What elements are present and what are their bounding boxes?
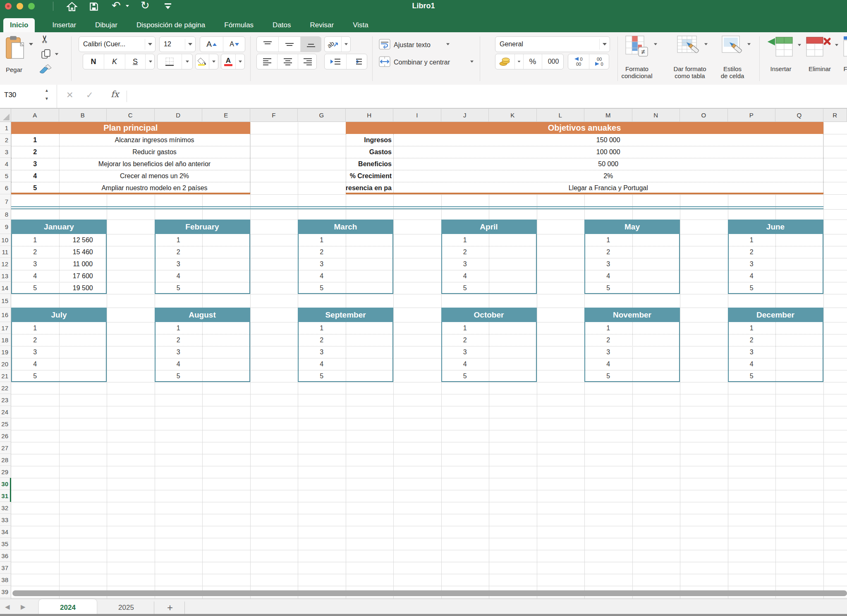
plan-row-number[interactable]: 1 bbox=[11, 134, 59, 146]
month-day-cell[interactable]: 4 bbox=[441, 358, 489, 370]
column-header-O[interactable]: O bbox=[680, 108, 728, 122]
column-header-B[interactable]: B bbox=[59, 108, 107, 122]
column-header-L[interactable]: L bbox=[537, 108, 585, 122]
month-day-cell[interactable]: 4 bbox=[584, 358, 632, 370]
month-value-cell[interactable] bbox=[632, 270, 680, 282]
month-day-cell[interactable]: 5 bbox=[441, 370, 489, 382]
month-value-cell[interactable] bbox=[489, 370, 537, 382]
column-header-M[interactable]: M bbox=[584, 108, 632, 122]
month-value-cell[interactable] bbox=[202, 358, 250, 370]
month-day-cell[interactable]: 2 bbox=[584, 246, 632, 258]
month-day-cell[interactable]: 3 bbox=[441, 346, 489, 358]
month-value-cell[interactable] bbox=[632, 334, 680, 346]
month-value-cell[interactable] bbox=[489, 270, 537, 282]
row-header-27[interactable]: 27 bbox=[0, 442, 11, 454]
month-day-cell[interactable]: 3 bbox=[584, 346, 632, 358]
month-value-cell[interactable] bbox=[59, 358, 107, 370]
row-header-10[interactable]: 10 bbox=[0, 234, 11, 246]
select-all-corner[interactable] bbox=[0, 108, 11, 122]
month-day-cell[interactable]: 1 bbox=[298, 322, 346, 334]
month-value-cell[interactable] bbox=[202, 246, 250, 258]
month-day-cell[interactable]: 2 bbox=[11, 334, 59, 346]
row-header-36[interactable]: 36 bbox=[0, 550, 11, 562]
row-header-15[interactable]: 15 bbox=[0, 294, 11, 308]
objetivos-row-value[interactable]: 150 000 bbox=[393, 134, 823, 146]
row-header-4[interactable]: 4 bbox=[0, 158, 11, 170]
month-value-cell[interactable] bbox=[775, 370, 823, 382]
month-value-cell[interactable] bbox=[59, 346, 107, 358]
column-header-N[interactable]: N bbox=[632, 108, 680, 122]
month-value-cell[interactable] bbox=[202, 282, 250, 294]
month-day-cell[interactable]: 1 bbox=[584, 234, 632, 246]
objetivos-row-label[interactable]: Beneficios bbox=[346, 158, 392, 170]
month-value-cell[interactable] bbox=[489, 334, 537, 346]
row-header-21[interactable]: 21 bbox=[0, 370, 11, 382]
month-day-cell[interactable]: 2 bbox=[155, 334, 203, 346]
month-value-cell[interactable] bbox=[489, 246, 537, 258]
month-day-cell[interactable]: 1 bbox=[11, 234, 59, 246]
month-value-cell[interactable] bbox=[59, 334, 107, 346]
row-header-17[interactable]: 17 bbox=[0, 322, 11, 334]
row-header-9[interactable]: 9 bbox=[0, 220, 11, 234]
column-header-P[interactable]: P bbox=[728, 108, 776, 122]
row-header-38[interactable]: 38 bbox=[0, 574, 11, 586]
sheet-tab-2024[interactable]: 2024 bbox=[39, 599, 97, 616]
month-day-cell[interactable]: 4 bbox=[155, 358, 203, 370]
month-value-cell[interactable] bbox=[346, 370, 394, 382]
objetivos-row-label[interactable]: % Crecimient bbox=[346, 170, 392, 182]
month-value-cell[interactable]: 17 600 bbox=[59, 270, 107, 282]
row-header-14[interactable]: 14 bbox=[0, 282, 11, 294]
month-day-cell[interactable]: 4 bbox=[298, 270, 346, 282]
objetivos-row-value[interactable]: 50 000 bbox=[393, 158, 823, 170]
row-header-29[interactable]: 29 bbox=[0, 466, 11, 478]
month-value-cell[interactable]: 12 560 bbox=[59, 234, 107, 246]
month-value-cell[interactable] bbox=[346, 282, 394, 294]
month-value-cell[interactable] bbox=[632, 282, 680, 294]
objetivos-row-label[interactable]: Gastos bbox=[346, 146, 392, 158]
row-header-5[interactable]: 5 bbox=[0, 170, 11, 182]
month-value-cell[interactable] bbox=[202, 258, 250, 270]
row-header-28[interactable]: 28 bbox=[0, 454, 11, 466]
month-day-cell[interactable]: 3 bbox=[728, 346, 776, 358]
row-header-13[interactable]: 13 bbox=[0, 270, 11, 282]
month-value-cell[interactable] bbox=[489, 234, 537, 246]
column-header-R[interactable]: R bbox=[823, 108, 847, 122]
month-day-cell[interactable]: 1 bbox=[584, 322, 632, 334]
month-value-cell[interactable] bbox=[632, 246, 680, 258]
month-day-cell[interactable]: 5 bbox=[441, 282, 489, 294]
row-header-19[interactable]: 19 bbox=[0, 346, 11, 358]
month-day-cell[interactable]: 3 bbox=[298, 346, 346, 358]
month-value-cell[interactable] bbox=[775, 346, 823, 358]
month-day-cell[interactable]: 5 bbox=[11, 282, 59, 294]
column-header-K[interactable]: K bbox=[489, 108, 537, 122]
month-day-cell[interactable]: 1 bbox=[155, 322, 203, 334]
month-day-cell[interactable]: 2 bbox=[298, 246, 346, 258]
month-value-cell[interactable] bbox=[346, 246, 394, 258]
column-header-C[interactable]: C bbox=[107, 108, 155, 122]
month-day-cell[interactable]: 2 bbox=[155, 246, 203, 258]
row-header-16[interactable]: 16 bbox=[0, 308, 11, 322]
month-value-cell[interactable] bbox=[346, 270, 394, 282]
month-value-cell[interactable] bbox=[775, 334, 823, 346]
month-value-cell[interactable]: 11 000 bbox=[59, 258, 107, 270]
month-day-cell[interactable]: 1 bbox=[728, 322, 776, 334]
month-day-cell[interactable]: 5 bbox=[155, 282, 203, 294]
month-value-cell[interactable] bbox=[489, 346, 537, 358]
month-day-cell[interactable]: 4 bbox=[11, 270, 59, 282]
month-day-cell[interactable]: 2 bbox=[441, 334, 489, 346]
month-day-cell[interactable]: 3 bbox=[11, 346, 59, 358]
month-day-cell[interactable]: 3 bbox=[728, 258, 776, 270]
month-day-cell[interactable]: 5 bbox=[728, 282, 776, 294]
sheet-tab-2025[interactable]: 2025 bbox=[102, 599, 151, 616]
month-day-cell[interactable]: 5 bbox=[728, 370, 776, 382]
row-header-32[interactable]: 32 bbox=[0, 502, 11, 514]
month-day-cell[interactable]: 3 bbox=[584, 258, 632, 270]
add-sheet-button[interactable]: + bbox=[157, 599, 183, 616]
column-header-Q[interactable]: Q bbox=[775, 108, 823, 122]
month-day-cell[interactable]: 2 bbox=[728, 334, 776, 346]
month-value-cell[interactable] bbox=[202, 370, 250, 382]
row-header-34[interactable]: 34 bbox=[0, 526, 11, 538]
month-value-cell[interactable] bbox=[59, 322, 107, 334]
month-value-cell[interactable] bbox=[775, 270, 823, 282]
month-value-cell[interactable] bbox=[632, 346, 680, 358]
